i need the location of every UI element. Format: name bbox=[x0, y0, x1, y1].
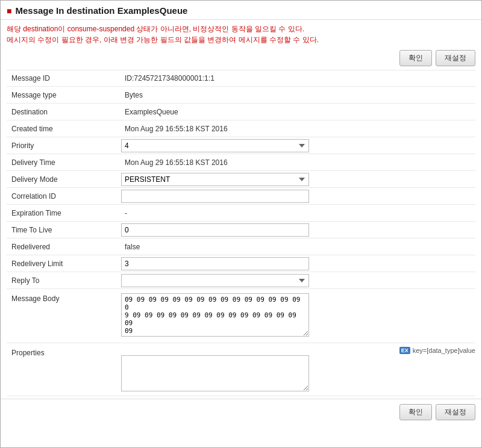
form-row-expiration-time: Expiration Time - bbox=[7, 205, 475, 222]
input-correlation-id bbox=[121, 190, 475, 203]
warning-line-1: 해당 destination이 consume-suspended 상태가 아니… bbox=[7, 23, 475, 34]
label-priority: Priority bbox=[7, 139, 121, 152]
label-reply-to: Reply To bbox=[7, 274, 121, 287]
properties-hint: EX key=[data_type]value bbox=[121, 346, 475, 355]
confirm-button[interactable]: 확인 bbox=[399, 50, 432, 66]
form-row-delivery-time: Delivery Time Mon Aug 29 16:55:18 KST 20… bbox=[7, 154, 475, 171]
label-destination: Destination bbox=[7, 105, 121, 119]
hint-icon: EX bbox=[399, 347, 410, 354]
label-correlation-id: Correlation ID bbox=[7, 190, 121, 203]
label-message-type: Message type bbox=[7, 89, 121, 102]
form-row-time-to-live: Time To Live bbox=[7, 222, 475, 238]
top-toolbar: 확인 재설정 bbox=[1, 48, 481, 70]
form-row-destination: Destination ExamplesQueue bbox=[7, 104, 475, 120]
label-expiration-time: Expiration Time bbox=[7, 207, 121, 220]
value-message-type: Bytes bbox=[121, 89, 475, 101]
input-reply-to bbox=[121, 274, 475, 287]
form-row-created-time: Created time Mon Aug 29 16:55:18 KST 201… bbox=[7, 120, 475, 137]
label-properties: Properties bbox=[7, 346, 121, 359]
bottom-toolbar: 확인 재설정 bbox=[1, 399, 481, 425]
bottom-confirm-button[interactable]: 확인 bbox=[399, 404, 432, 420]
time-to-live-input[interactable] bbox=[121, 223, 309, 237]
label-message-body: Message Body bbox=[7, 291, 121, 305]
form-row-reply-to: Reply To bbox=[7, 272, 475, 289]
form-row-message-id: Message ID ID:72457217348000001:1:1 bbox=[7, 70, 475, 87]
input-delivery-mode: PERSISTENT NON_PERSISTENT bbox=[121, 173, 475, 186]
input-redelivery-limit bbox=[121, 257, 475, 270]
correlation-id-input[interactable] bbox=[121, 190, 309, 203]
value-redelivered: false bbox=[121, 241, 475, 253]
form-row-message-body: Message Body 09 09 09 09 09 09 09 09 09 … bbox=[7, 289, 475, 343]
window-icon: ■ bbox=[7, 6, 11, 16]
priority-select[interactable]: 4 0123 56789 bbox=[121, 139, 309, 152]
value-expiration-time: - bbox=[121, 207, 475, 219]
bottom-reset-button[interactable]: 재설정 bbox=[436, 404, 475, 420]
window-title: Message In destination ExamplesQueue bbox=[15, 5, 187, 16]
warning-line-2: 메시지의 수정이 필요한 경우, 아래 변경 가능한 필드의 값들을 변경하여 … bbox=[7, 34, 475, 45]
form-row-redelivered: Redelivered false bbox=[7, 238, 475, 255]
redelivery-limit-input[interactable] bbox=[121, 257, 309, 270]
form-row-priority: Priority 4 0123 56789 bbox=[7, 137, 475, 154]
label-delivery-time: Delivery Time bbox=[7, 156, 121, 169]
label-created-time: Created time bbox=[7, 122, 121, 135]
delivery-mode-select[interactable]: PERSISTENT NON_PERSISTENT bbox=[121, 173, 309, 186]
form-row-delivery-mode: Delivery Mode PERSISTENT NON_PERSISTENT bbox=[7, 171, 475, 188]
properties-right-panel: EX key=[data_type]value bbox=[121, 346, 475, 393]
input-time-to-live bbox=[121, 223, 475, 237]
form-area: Message ID ID:72457217348000001:1:1 Mess… bbox=[1, 70, 481, 396]
reset-button[interactable]: 재설정 bbox=[436, 50, 475, 66]
properties-textarea[interactable] bbox=[121, 355, 309, 391]
value-destination: ExamplesQueue bbox=[121, 106, 475, 118]
reply-to-select[interactable] bbox=[121, 274, 309, 287]
form-row-message-type: Message type Bytes bbox=[7, 87, 475, 104]
value-created-time: Mon Aug 29 16:55:18 KST 2016 bbox=[121, 123, 475, 135]
input-priority: 4 0123 56789 bbox=[121, 139, 475, 152]
message-body-textarea-container: 09 09 09 09 09 09 09 09 09 09 09 09 09 0… bbox=[121, 293, 475, 338]
form-row-correlation-id: Correlation ID bbox=[7, 188, 475, 205]
value-message-id: ID:72457217348000001:1:1 bbox=[121, 72, 475, 84]
warning-area: 해당 destination이 consume-suspended 상태가 아니… bbox=[1, 20, 481, 48]
title-bar: ■ Message In destination ExamplesQueue bbox=[1, 1, 481, 20]
form-row-redelivery-limit: Redelivery Limit bbox=[7, 255, 475, 272]
form-row-properties: Properties EX key=[data_type]value bbox=[7, 343, 475, 396]
message-body-textarea[interactable]: 09 09 09 09 09 09 09 09 09 09 09 09 09 0… bbox=[121, 293, 309, 337]
label-time-to-live: Time To Live bbox=[7, 223, 121, 237]
label-redelivery-limit: Redelivery Limit bbox=[7, 257, 121, 270]
label-delivery-mode: Delivery Mode bbox=[7, 173, 121, 186]
label-redelivered: Redelivered bbox=[7, 240, 121, 254]
main-window: ■ Message In destination ExamplesQueue 해… bbox=[0, 0, 482, 448]
properties-textarea-container bbox=[121, 355, 475, 393]
value-delivery-time: Mon Aug 29 16:55:18 KST 2016 bbox=[121, 157, 475, 169]
label-message-id: Message ID bbox=[7, 72, 121, 85]
hint-text: key=[data_type]value bbox=[413, 347, 475, 354]
